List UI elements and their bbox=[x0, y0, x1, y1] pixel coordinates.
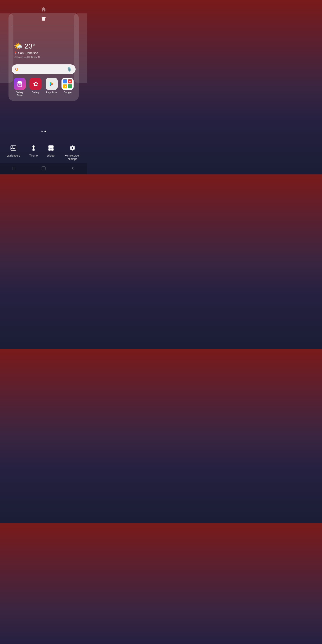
svg-rect-16 bbox=[14, 167, 14, 170]
app-item-galaxy-store[interactable]: GalaxyStore bbox=[12, 78, 28, 97]
svg-rect-12 bbox=[48, 145, 54, 148]
bottom-menu: Wallpapers Theme Widget bbox=[0, 141, 87, 163]
location-row: 📍 San Francisco bbox=[14, 51, 73, 55]
svg-rect-14 bbox=[51, 148, 54, 151]
svg-point-7 bbox=[12, 146, 13, 148]
nav-home-button[interactable] bbox=[41, 166, 46, 172]
google-label: Google bbox=[64, 91, 72, 94]
galaxy-store-label: GalaxyStore bbox=[16, 91, 24, 97]
google-icon: M ▶ 📍 bbox=[62, 78, 74, 90]
menu-item-home-screen-settings[interactable]: Home screensettings bbox=[64, 145, 80, 161]
play-store-label: Play Store bbox=[46, 91, 57, 94]
home-screen-settings-label: Home screensettings bbox=[64, 154, 80, 161]
app-item-gallery[interactable]: ✿ Gallery bbox=[28, 78, 44, 94]
svg-rect-17 bbox=[15, 167, 15, 170]
main-card: 🌤️ 23° 📍 San Francisco Updated 24/09 12:… bbox=[8, 13, 79, 101]
temperature: 23° bbox=[24, 42, 35, 50]
divider bbox=[12, 25, 76, 25]
menu-item-widget[interactable]: Widget bbox=[47, 145, 55, 161]
page-dots bbox=[41, 130, 46, 132]
theme-label: Theme bbox=[29, 154, 38, 158]
updated-label: Updated 24/09 12:45 bbox=[14, 56, 37, 58]
nav-bar bbox=[0, 163, 87, 174]
widget-label: Widget bbox=[47, 154, 55, 158]
search-bar[interactable]: G 🎙️ bbox=[12, 64, 76, 74]
menu-item-wallpapers[interactable]: Wallpapers bbox=[7, 145, 20, 161]
nav-back-button[interactable] bbox=[70, 166, 75, 172]
refresh-icon[interactable]: ↻ bbox=[38, 56, 40, 58]
city-name: San Francisco bbox=[18, 51, 38, 55]
dot-1[interactable] bbox=[41, 130, 43, 132]
gallery-label: Gallery bbox=[32, 91, 40, 94]
app-item-play-store[interactable]: Play Store bbox=[44, 78, 60, 94]
trash-icon[interactable] bbox=[12, 16, 76, 23]
apps-row: GalaxyStore ✿ Gallery bbox=[12, 78, 76, 97]
app-item-google[interactable]: M ▶ 📍 Google bbox=[60, 78, 75, 94]
svg-rect-4 bbox=[43, 17, 44, 18]
svg-rect-15 bbox=[13, 167, 13, 170]
updated-row: Updated 24/09 12:45 ↻ bbox=[14, 56, 73, 58]
widget-icon bbox=[48, 145, 54, 153]
location-pin-icon: 📍 bbox=[14, 52, 17, 54]
svg-rect-18 bbox=[42, 166, 46, 170]
svg-rect-13 bbox=[48, 148, 51, 151]
wallpapers-icon bbox=[10, 145, 16, 153]
galaxy-store-icon bbox=[14, 78, 26, 90]
play-store-icon bbox=[46, 78, 58, 90]
weather-row: 🌤️ 23° bbox=[14, 42, 73, 50]
weather-area: 🌤️ 23° 📍 San Francisco Updated 24/09 12:… bbox=[12, 28, 76, 64]
theme-icon bbox=[30, 145, 37, 153]
menu-item-theme[interactable]: Theme bbox=[29, 145, 38, 161]
weather-icon: 🌤️ bbox=[14, 42, 23, 50]
nav-menu-button[interactable] bbox=[12, 166, 17, 172]
mic-icon[interactable]: 🎙️ bbox=[66, 67, 72, 72]
dot-2-active[interactable] bbox=[44, 130, 46, 132]
google-logo: G bbox=[15, 67, 18, 72]
gallery-icon: ✿ bbox=[30, 78, 42, 90]
home-screen-settings-icon bbox=[69, 145, 76, 153]
wallpapers-label: Wallpapers bbox=[7, 154, 20, 158]
svg-rect-11 bbox=[33, 148, 34, 150]
svg-rect-9 bbox=[32, 146, 35, 147]
